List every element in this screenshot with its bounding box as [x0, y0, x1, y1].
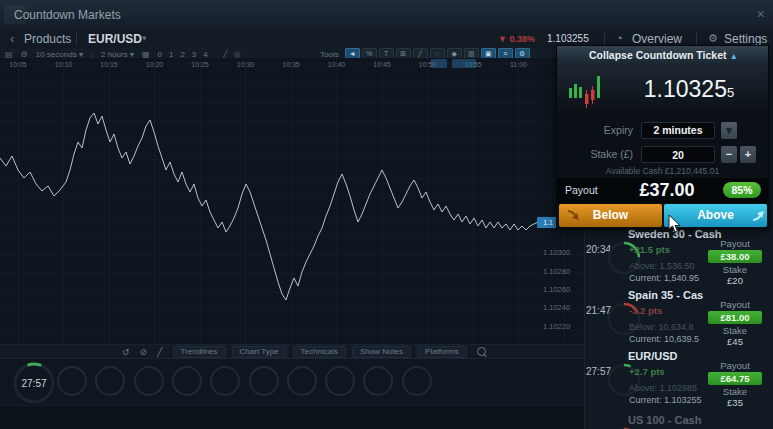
position-current: Current: 1.103255 [629, 395, 702, 405]
position-stake-label: Stake [702, 386, 768, 397]
countdown-slot[interactable] [95, 366, 125, 396]
symbol-caret-icon[interactable]: ▾ [142, 33, 147, 43]
position-current: Current: 10,639.5 [629, 334, 699, 344]
current-price: 1.103255 [547, 33, 589, 44]
countdown-slot[interactable] [134, 366, 164, 396]
countdown-slot[interactable] [210, 366, 240, 396]
chart-footer-button[interactable]: Technicals [293, 346, 346, 358]
countdown-timer: 27:57 [10, 378, 58, 389]
position-change: -3.2 pts [629, 305, 662, 316]
position-payout-badge: £38.00 [708, 250, 762, 263]
nav-symbol[interactable]: EUR/USD [88, 32, 142, 46]
nav-overview[interactable]: Overview [632, 32, 682, 46]
position-current: Current: 1,540.95 [629, 273, 699, 283]
chart-footer-buttons: TrendlinesChart TypeTechnicalsShow Notes… [173, 346, 467, 358]
arrow-up-icon [752, 209, 765, 222]
position-payout-label: Payout [702, 238, 768, 249]
pencil-icon[interactable]: ╱ [157, 347, 162, 357]
stake-minus-button[interactable]: − [721, 146, 737, 163]
position-row[interactable]: 21:47 Spain 35 - Cas -3.2 pts Below: 10,… [584, 289, 773, 350]
chart-footer-toolbar: ↺ ⊘ ╱ TrendlinesChart TypeTechnicalsShow… [0, 344, 584, 358]
title-bar: Countdown Markets × [0, 0, 773, 31]
chart-footer-button[interactable]: Trendlines [173, 346, 226, 358]
price-chart[interactable]: 10:0510:1010:1510:2010:2510:3010:3510:40… [0, 58, 584, 344]
position-strike: Above: 1.102985 [629, 383, 697, 393]
nav-products[interactable]: Products [24, 32, 71, 46]
countdown-slot[interactable] [249, 366, 279, 396]
countdown-slot[interactable] [287, 366, 317, 396]
position-stake: £35 [702, 397, 768, 408]
position-strike: Below: 10,634.8 [629, 322, 694, 332]
position-change: +21.5 pts [629, 244, 670, 255]
position-payout-badge: £64.75 [708, 372, 762, 385]
countdown-strip [0, 358, 584, 406]
price-line-chart [0, 58, 584, 344]
candlestick-icon [567, 72, 601, 110]
price-change-percent: ▼ 0.38% [498, 34, 535, 44]
overview-icon[interactable]: ◔ [616, 32, 623, 44]
expiry-label: Expiry [557, 122, 633, 139]
nav-divider [604, 32, 605, 45]
position-stake-label: Stake [702, 264, 768, 275]
ticket-price-section: 1.103255 [557, 64, 768, 116]
chart-footer-button[interactable]: Chart Type [232, 346, 287, 358]
chevron-down-icon: ▾ [726, 124, 732, 136]
countdown-slot[interactable] [325, 366, 355, 396]
stake-plus-button[interactable]: + [740, 146, 756, 163]
positions-list: 20:34 Sweden 30 - Cash +21.5 pts Above: … [584, 228, 773, 429]
below-button[interactable]: Below [559, 204, 662, 227]
stake-input[interactable] [641, 146, 715, 163]
countdown-slot[interactable] [172, 366, 202, 396]
available-cash: Available Cash £1,210,445.01 [557, 166, 768, 176]
above-label: Above [697, 208, 734, 222]
mouse-cursor [668, 214, 682, 233]
expiry-caret-button[interactable]: ▾ [721, 122, 737, 139]
position-change: +2.7 pts [629, 366, 665, 377]
position-stake: £20 [702, 275, 768, 286]
position-row[interactable]: 27:57 EUR/USD +2.7 pts Above: 1.102985 C… [584, 350, 773, 411]
position-row[interactable]: US 100 - Cash [584, 414, 773, 429]
chevron-up-icon: ▴ [731, 51, 736, 61]
countdown-slot[interactable] [57, 366, 87, 396]
position-title: US 100 - Cash [628, 414, 746, 426]
chart-footer-button[interactable]: Show Notes [352, 346, 411, 358]
ticket-price: 1.103255 [619, 76, 759, 103]
below-label: Below [593, 208, 628, 222]
position-strike: Above: 1,536.50 [629, 261, 695, 271]
back-chevron-icon[interactable]: ‹ [10, 31, 14, 46]
clear-drawings-icon[interactable]: ⊘ [140, 347, 148, 357]
gear-icon[interactable]: ⚙ [708, 32, 718, 45]
nav-divider [696, 32, 697, 45]
window-title: Countdown Markets [14, 8, 121, 22]
position-stake-label: Stake [702, 325, 768, 336]
position-stake: £45 [702, 336, 768, 347]
position-payout-badge: £81.00 [708, 311, 762, 324]
collapse-ticket-label: Collapse Countdown Ticket [589, 49, 726, 61]
payout-percent-badge: 85% [723, 182, 761, 198]
magnifier-icon[interactable] [477, 347, 486, 356]
ticket-payout-bar: Payout £37.00 85% [557, 178, 768, 203]
position-payout-label: Payout [702, 299, 768, 310]
collapse-ticket-header[interactable]: Collapse Countdown Ticket▴ [557, 46, 768, 65]
stake-label: Stake (£) [557, 146, 633, 163]
countdown-ticket: Collapse Countdown Ticket▴ 1.103255 Expi… [556, 45, 769, 229]
refresh-icon[interactable]: ↺ [122, 347, 130, 357]
countdown-slot[interactable] [402, 366, 432, 396]
expiry-dropdown[interactable]: 2 minutes [641, 122, 715, 139]
position-row[interactable]: 20:34 Sweden 30 - Cash +21.5 pts Above: … [584, 228, 773, 289]
countdown-slot[interactable] [363, 366, 393, 396]
payout-label: Payout [565, 184, 598, 196]
position-payout-label: Payout [702, 360, 768, 371]
nav-divider [76, 32, 77, 45]
arrow-down-icon [567, 209, 580, 222]
chart-footer-button[interactable]: Platforms [417, 346, 467, 358]
nav-settings[interactable]: Settings [724, 32, 767, 46]
payout-value: £37.00 [617, 180, 717, 201]
close-icon[interactable]: × [757, 6, 765, 22]
